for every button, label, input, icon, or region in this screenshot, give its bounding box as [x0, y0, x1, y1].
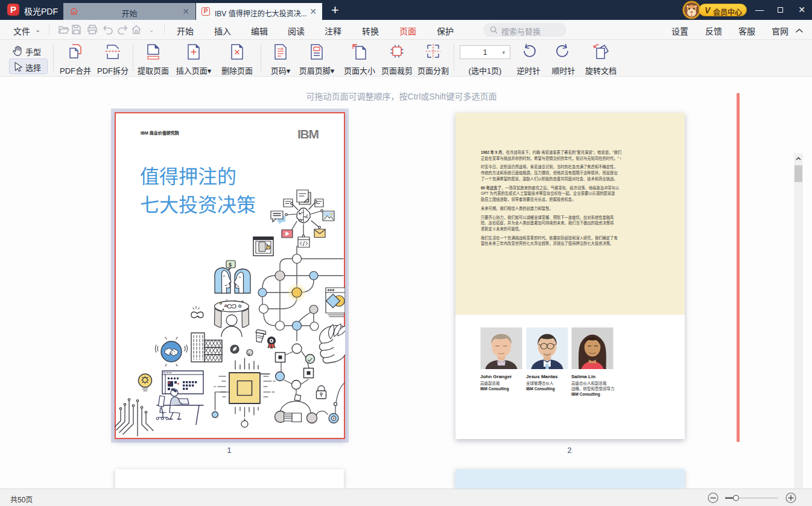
svg-text:IBM: IBM	[297, 127, 319, 141]
svg-text:$: $	[229, 262, 232, 268]
